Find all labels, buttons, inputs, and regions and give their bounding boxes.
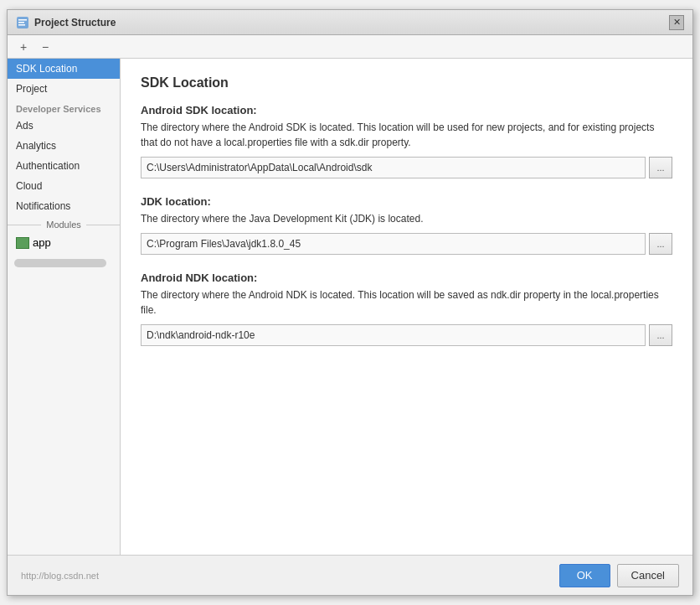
android-sdk-browse-button[interactable]: ...	[649, 157, 672, 178]
svg-rect-1	[18, 19, 27, 21]
sidebar-item-project[interactable]: Project	[8, 79, 120, 99]
dialog-footer: http://blog.csdn.net OK Cancel	[8, 555, 692, 595]
svg-rect-3	[18, 24, 25, 26]
android-sdk-heading: Android SDK location:	[141, 104, 672, 116]
sidebar-item-app[interactable]: app	[8, 233, 120, 252]
sidebar-scrollbar-area	[8, 252, 120, 271]
sidebar-item-sdk-location[interactable]: SDK Location	[8, 59, 120, 79]
sidebar-item-app-label: app	[33, 236, 51, 249]
jdk-browse-button[interactable]: ...	[649, 233, 672, 255]
toolbar: + −	[8, 35, 692, 59]
title-bar: Project Structure ✕	[8, 10, 692, 35]
sidebar-item-ads[interactable]: Ads	[8, 116, 120, 136]
sidebar-scrollbar[interactable]	[14, 259, 106, 267]
watermark: http://blog.csdn.net	[21, 571, 99, 581]
modules-label: Modules	[41, 220, 86, 230]
cancel-button[interactable]: Cancel	[617, 564, 679, 587]
sidebar-item-authentication[interactable]: Authentication	[8, 156, 120, 176]
title-bar-left: Project Structure	[16, 16, 116, 29]
dialog-title: Project Structure	[34, 17, 116, 28]
sidebar: SDK Location Project Developer Services …	[8, 59, 121, 555]
app-module-icon	[16, 237, 29, 249]
close-button[interactable]: ✕	[669, 15, 684, 30]
content-area: SDK Location Android SDK location: The d…	[121, 59, 692, 555]
dialog-icon	[16, 16, 29, 29]
ok-button[interactable]: OK	[559, 564, 610, 587]
developer-services-label: Developer Services	[8, 99, 120, 116]
content-title: SDK Location	[141, 75, 672, 90]
jdk-description: The directory where the Java Development…	[141, 211, 672, 226]
android-ndk-browse-button[interactable]: ...	[649, 324, 672, 346]
main-content: SDK Location Project Developer Services …	[8, 59, 692, 555]
jdk-input[interactable]	[141, 233, 646, 255]
remove-button[interactable]: −	[36, 39, 54, 55]
sidebar-item-notifications[interactable]: Notifications	[8, 196, 120, 216]
svg-rect-2	[18, 22, 24, 23]
jdk-heading: JDK location:	[141, 195, 672, 208]
android-ndk-heading: Android NDK location:	[141, 271, 672, 284]
android-ndk-description: The directory where the Android NDK is l…	[141, 287, 672, 318]
android-ndk-path-row: ...	[141, 324, 672, 346]
jdk-path-row: ...	[141, 233, 672, 255]
android-sdk-description: The directory where the Android SDK is l…	[141, 120, 672, 150]
android-sdk-path-row: ...	[141, 157, 672, 178]
add-button[interactable]: +	[14, 39, 33, 55]
modules-divider: Modules	[8, 216, 120, 233]
sidebar-item-analytics[interactable]: Analytics	[8, 136, 120, 156]
project-structure-dialog: Project Structure ✕ + − SDK Location Pro…	[7, 9, 693, 596]
sidebar-item-cloud[interactable]: Cloud	[8, 176, 120, 196]
android-ndk-input[interactable]	[141, 324, 646, 346]
android-sdk-input[interactable]	[141, 157, 646, 178]
